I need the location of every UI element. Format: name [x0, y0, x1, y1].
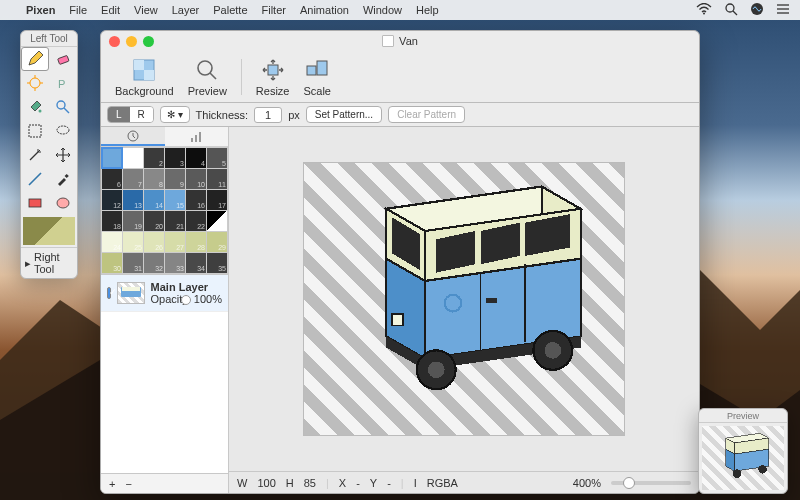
thickness-label: Thickness:	[196, 109, 249, 121]
swatch-29[interactable]: 29	[207, 232, 227, 252]
swatch-34[interactable]: 34	[186, 253, 206, 273]
clear-pattern-button: Clear Pattern	[388, 106, 465, 123]
tool-eyedrop[interactable]	[49, 167, 77, 191]
lr-segmented[interactable]: L R	[107, 106, 154, 123]
toolbar-preview[interactable]: Preview	[184, 55, 231, 99]
tool-eraser[interactable]	[49, 47, 77, 71]
swatch-18[interactable]: 18	[102, 211, 122, 231]
swatch-24[interactable]: 24	[102, 232, 122, 252]
menu-view[interactable]: View	[134, 4, 158, 16]
swatch-17[interactable]: 17	[207, 190, 227, 210]
swatch-23[interactable]: 23	[207, 211, 227, 231]
window-titlebar[interactable]: Van	[101, 31, 699, 51]
swatch-9[interactable]: 9	[165, 169, 185, 189]
swatch-20[interactable]: 20	[144, 211, 164, 231]
artboard[interactable]	[304, 163, 624, 435]
swatch-16[interactable]: 16	[186, 190, 206, 210]
menu-window[interactable]: Window	[363, 4, 402, 16]
swatch-21[interactable]: 21	[165, 211, 185, 231]
svg-point-63	[758, 465, 767, 474]
zoom-slider[interactable]	[611, 481, 691, 485]
swatch-13[interactable]: 13	[123, 190, 143, 210]
tool-zoom[interactable]	[49, 95, 77, 119]
swatch-14[interactable]: 14	[144, 190, 164, 210]
menu-edit[interactable]: Edit	[101, 4, 120, 16]
swatch-1[interactable]: 1	[123, 148, 143, 168]
tool-ellipse[interactable]	[49, 191, 77, 215]
menu-help[interactable]: Help	[416, 4, 439, 16]
palette-tab-recent[interactable]	[101, 127, 165, 146]
tool-pattern[interactable]: P	[49, 71, 77, 95]
preview-window[interactable]: Preview	[698, 408, 788, 494]
opacity-value: 100%	[194, 293, 222, 305]
tool-pencil[interactable]	[21, 47, 49, 71]
tool-move[interactable]	[49, 143, 77, 167]
swatch-32[interactable]: 32	[144, 253, 164, 273]
toolbar-resize[interactable]: Resize	[252, 55, 294, 99]
swatch-7[interactable]: 7	[123, 169, 143, 189]
toolbar: Background Preview Resize Scale	[101, 51, 699, 103]
swatch-30[interactable]: 30	[102, 253, 122, 273]
swatch-26[interactable]: 26	[144, 232, 164, 252]
siri-icon[interactable]	[750, 2, 764, 18]
swatch-31[interactable]: 31	[123, 253, 143, 273]
svg-rect-33	[195, 135, 197, 142]
thickness-unit: px	[288, 109, 300, 121]
notification-center-icon[interactable]	[776, 3, 790, 17]
svg-rect-29	[307, 66, 316, 75]
swatch-12[interactable]: 12	[102, 190, 122, 210]
toolbar-scale[interactable]: Scale	[299, 55, 335, 99]
toolbar-background[interactable]: Background	[111, 55, 178, 99]
spotlight-icon[interactable]	[724, 2, 738, 18]
swatch-3[interactable]: 3	[165, 148, 185, 168]
swatch-0[interactable]	[102, 148, 122, 168]
swatch-4[interactable]: 4	[186, 148, 206, 168]
swatch-33[interactable]: 33	[165, 253, 185, 273]
menu-layer[interactable]: Layer	[172, 4, 200, 16]
tool-rect-shape[interactable]	[21, 191, 49, 215]
menu-filter[interactable]: Filter	[262, 4, 286, 16]
palette-tab-frequency[interactable]	[165, 127, 229, 146]
menu-palette[interactable]: Palette	[213, 4, 247, 16]
svg-point-15	[57, 101, 65, 109]
menu-animation[interactable]: Animation	[300, 4, 349, 16]
swatch-8[interactable]: 8	[144, 169, 164, 189]
thickness-field[interactable]: 1	[254, 107, 282, 123]
document-window: Van Background Preview Resize Scale L R …	[100, 30, 700, 494]
swatch-25[interactable]: 25	[123, 232, 143, 252]
swatch-6[interactable]: 6	[102, 169, 122, 189]
tool-line[interactable]	[21, 167, 49, 191]
swatch-15[interactable]: 15	[165, 190, 185, 210]
swatch-27[interactable]: 27	[165, 232, 185, 252]
swatch-22[interactable]: 22	[186, 211, 206, 231]
tool-palette-window[interactable]: Left Tool P ▸Right Tool	[20, 30, 78, 279]
menu-file[interactable]: File	[69, 4, 87, 16]
tool-bucket[interactable]	[21, 95, 49, 119]
app-menu[interactable]: Pixen	[26, 4, 55, 16]
remove-layer-button[interactable]: −	[125, 478, 131, 490]
layer-visible-checkbox[interactable]	[107, 287, 111, 299]
color-swap[interactable]	[23, 217, 75, 245]
right-tool-toggle[interactable]: ▸Right Tool	[21, 247, 77, 278]
swatch-2[interactable]: 2	[144, 148, 164, 168]
svg-rect-28	[268, 65, 278, 75]
swatch-11[interactable]: 11	[207, 169, 227, 189]
canvas-viewport[interactable]	[229, 127, 699, 471]
svg-rect-21	[29, 199, 41, 207]
swatch-5[interactable]: 5	[207, 148, 227, 168]
layer-row[interactable]: Main Layer Opacity 100%	[101, 275, 228, 312]
swatch-19[interactable]: 19	[123, 211, 143, 231]
tool-wand[interactable]	[21, 143, 49, 167]
wifi-icon[interactable]	[696, 3, 712, 17]
set-pattern-button[interactable]: Set Pattern...	[306, 106, 382, 123]
document-proxy-icon[interactable]	[382, 35, 394, 47]
tool-options-menu[interactable]: ✻ ▾	[160, 106, 190, 123]
tool-lasso[interactable]	[49, 119, 77, 143]
swatch-35[interactable]: 35	[207, 253, 227, 273]
layer-thumbnail[interactable]	[117, 282, 145, 304]
swatch-10[interactable]: 10	[186, 169, 206, 189]
tool-rect-select[interactable]	[21, 119, 49, 143]
tool-brush[interactable]	[21, 71, 49, 95]
add-layer-button[interactable]: +	[109, 478, 115, 490]
swatch-28[interactable]: 28	[186, 232, 206, 252]
